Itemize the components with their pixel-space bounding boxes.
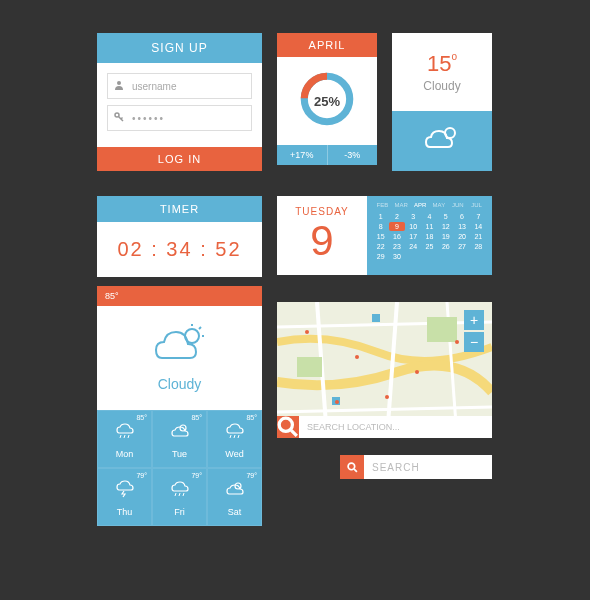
svg-point-0 [117, 81, 121, 85]
search-input[interactable]: SEARCH [364, 455, 492, 479]
calendar-day[interactable]: 5 [438, 212, 453, 221]
svg-point-31 [335, 400, 339, 404]
calendar-day[interactable]: 25 [422, 242, 437, 251]
password-mask: •••••• [132, 113, 165, 124]
svg-line-11 [120, 435, 121, 438]
svg-point-33 [279, 418, 292, 431]
username-placeholder: username [132, 81, 176, 92]
calendar-day[interactable]: 17 [406, 232, 421, 241]
temp-value: 15 [427, 51, 451, 76]
map-search-bar[interactable]: SEARCH LOCATION... [277, 416, 492, 438]
calendar-day[interactable]: 1 [373, 212, 388, 221]
month-label[interactable]: JUN [448, 202, 467, 208]
calendar-day[interactable]: 9 [389, 222, 404, 231]
calendar-day[interactable]: 13 [454, 222, 469, 231]
password-input[interactable]: •••••• [107, 105, 252, 131]
cell-temp: 85° [191, 414, 202, 421]
calendar-day[interactable]: 26 [438, 242, 453, 251]
cell-day: Fri [157, 507, 202, 517]
temp-degree: o [451, 51, 457, 62]
calendar-day[interactable]: 3 [406, 212, 421, 221]
svg-point-35 [348, 463, 355, 470]
month-label[interactable]: MAR [392, 202, 411, 208]
svg-line-19 [179, 493, 180, 496]
calendar-day[interactable]: 19 [438, 232, 453, 241]
calendar-day[interactable]: 2 [389, 212, 404, 221]
month-label[interactable]: APR [411, 202, 430, 208]
month-label[interactable]: MAY [429, 202, 448, 208]
svg-line-15 [230, 435, 231, 438]
forecast-cell[interactable]: 85°Mon [97, 410, 152, 468]
timer-title: TIMER [97, 196, 262, 222]
search-bar[interactable]: SEARCH [340, 455, 492, 479]
forecast-cell[interactable]: 85°Wed [207, 410, 262, 468]
weather-small-card: 15o Cloudy [392, 33, 492, 171]
map-card[interactable]: + − SEARCH LOCATION... [277, 302, 492, 438]
cell-day: Mon [102, 449, 147, 459]
svg-line-34 [291, 430, 297, 436]
month-label[interactable]: FEB [373, 202, 392, 208]
login-button[interactable]: LOG IN [97, 147, 262, 171]
svg-rect-24 [297, 357, 322, 377]
calendar-grid[interactable]: 1234567891011121314151617181920212223242… [373, 212, 486, 261]
calendar-day[interactable]: 15 [373, 232, 388, 241]
svg-point-30 [455, 340, 459, 344]
cell-temp: 79° [246, 472, 257, 479]
rain-icon [113, 421, 137, 441]
cell-day: Tue [157, 449, 202, 459]
condition-label: Cloudy [402, 79, 482, 93]
username-input[interactable]: username [107, 73, 252, 99]
sunny-icon [168, 421, 192, 441]
calendar-day[interactable]: 18 [422, 232, 437, 241]
svg-line-18 [175, 493, 176, 496]
calendar-day[interactable]: 27 [454, 242, 469, 251]
svg-line-36 [354, 469, 357, 472]
forecast-cell[interactable]: 79°Sat [207, 468, 262, 526]
map-search-input[interactable]: SEARCH LOCATION... [299, 416, 492, 438]
calendar-day[interactable]: 10 [406, 222, 421, 231]
calendar-day[interactable]: 11 [422, 222, 437, 231]
timer-value: 02 : 34 : 52 [97, 222, 262, 277]
cell-temp: 85° [246, 414, 257, 421]
calendar-day[interactable]: 30 [389, 252, 404, 261]
svg-line-12 [124, 435, 125, 438]
svg-line-17 [238, 435, 239, 438]
rain-icon [223, 421, 247, 441]
svg-rect-25 [372, 314, 380, 322]
calendar-day[interactable]: 24 [406, 242, 421, 251]
calendar-day[interactable]: 22 [373, 242, 388, 251]
calendar-day[interactable]: 20 [454, 232, 469, 241]
forecast-cell[interactable]: 85°Tue [152, 410, 207, 468]
sunny-icon [223, 479, 247, 499]
cell-temp: 79° [136, 472, 147, 479]
calendar-day[interactable]: 7 [471, 212, 486, 221]
search-icon[interactable] [277, 416, 299, 438]
search-icon[interactable] [340, 455, 364, 479]
calendar-day[interactable]: 16 [389, 232, 404, 241]
zoom-in-button[interactable]: + [464, 310, 484, 330]
weather-condition: Cloudy [115, 376, 244, 392]
calendar-day[interactable]: 4 [422, 212, 437, 221]
calendar-dayname: TUESDAY [287, 206, 357, 217]
calendar-day[interactable]: 6 [454, 212, 469, 221]
svg-line-16 [234, 435, 235, 438]
cloudy-sun-icon [150, 324, 210, 366]
signup-card: SIGN UP username •••••• LOG IN [97, 33, 262, 171]
forecast-cell[interactable]: 79°Thu [97, 468, 152, 526]
cell-day: Sat [212, 507, 257, 517]
stat-up: +17% [277, 145, 328, 165]
cell-temp: 85° [136, 414, 147, 421]
calendar-day[interactable]: 12 [438, 222, 453, 231]
calendar-day[interactable]: 8 [373, 222, 388, 231]
calendar-day[interactable]: 23 [389, 242, 404, 251]
calendar-day[interactable]: 21 [471, 232, 486, 241]
month-label[interactable]: JUL [467, 202, 486, 208]
calendar-day[interactable]: 28 [471, 242, 486, 251]
weather-big-card: 85° Cloudy 85°Mon85°Tue85°Wed79°Thu79°Fr… [97, 286, 262, 526]
zoom-out-button[interactable]: − [464, 332, 484, 352]
forecast-cell[interactable]: 79°Fri [152, 468, 207, 526]
svg-point-29 [415, 370, 419, 374]
calendar-day[interactable]: 14 [471, 222, 486, 231]
stat-down: -3% [328, 145, 378, 165]
calendar-day[interactable]: 29 [373, 252, 388, 261]
